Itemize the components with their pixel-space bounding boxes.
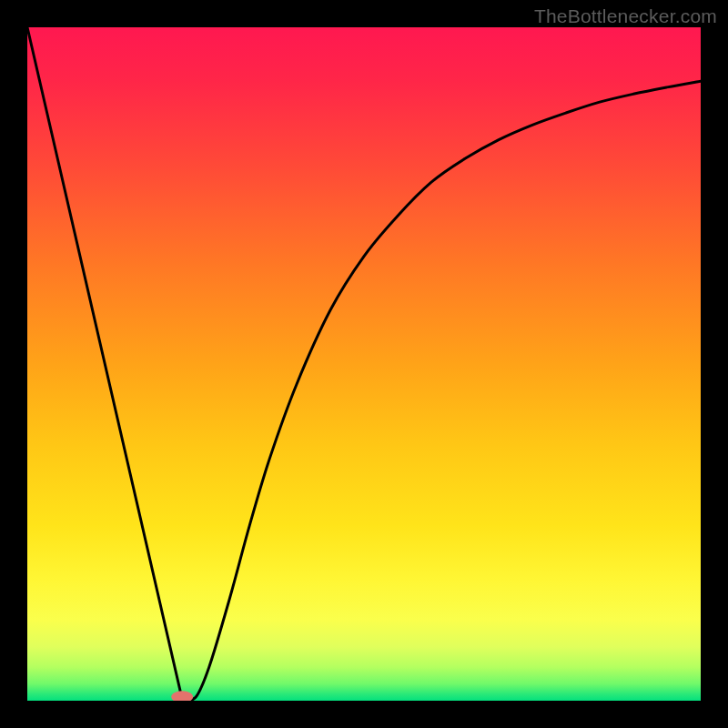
watermark-text: TheBottlenecker.com [534,5,717,27]
chart-frame: TheBottlenecker.com [0,0,728,728]
plot-area [27,27,701,701]
optimal-point-marker [171,691,193,701]
bottleneck-curve [27,27,701,701]
